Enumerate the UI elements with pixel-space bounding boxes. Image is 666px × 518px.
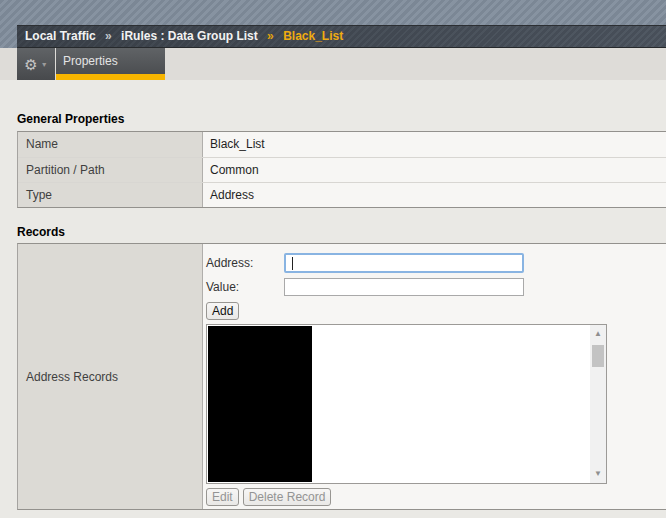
value-input[interactable] [284,278,524,296]
tab-strip: ⚙ ▼ Properties [0,48,666,80]
add-button[interactable]: Add [206,302,239,320]
address-input-row: Address: [206,253,666,273]
value-field-label: Value: [206,280,284,294]
delete-record-button[interactable]: Delete Record [243,488,332,506]
address-records-listbox[interactable]: ▲ ▼ [206,324,607,484]
listbox-scrollbar[interactable]: ▲ ▼ [590,325,606,483]
value-input-row: Value: [206,278,666,296]
table-row: Partition / Path Common [18,157,666,182]
scroll-down-icon[interactable]: ▼ [590,467,606,481]
row-value-name: Black_List [203,132,666,157]
table-row: Name Black_List [18,132,666,157]
scrollbar-thumb[interactable] [592,345,604,367]
options-menu-button[interactable]: ⚙ ▼ [17,48,55,80]
tab-properties-label: Properties [63,54,118,68]
text-cursor [292,257,293,270]
active-tab-underline [56,74,165,80]
scroll-up-icon[interactable]: ▲ [590,327,606,341]
breadcrumb-separator-icon: » [105,29,112,43]
table-row: Type Address [18,182,666,207]
breadcrumb-separator-icon: » [267,29,274,43]
row-label-type: Type [18,183,203,207]
row-label-name: Name [18,132,203,157]
records-heading: Records [17,225,65,239]
address-records-content-cell: Address: Value: Add ▲ ▼ Edit Delete Rec [203,244,666,509]
gear-icon: ⚙ [24,57,37,72]
bigip-data-group-properties-page: Local Traffic » iRules : Data Group List… [0,0,666,518]
general-properties-table: Name Black_List Partition / Path Common … [17,131,666,208]
records-table: Address Records Address: Value: Add ▲ ▼ [17,243,666,510]
chevron-down-icon: ▼ [41,61,48,68]
breadcrumb-link-irules-data-group-list[interactable]: iRules : Data Group List [121,29,258,43]
address-input[interactable] [284,253,524,273]
row-value-partition-path: Common [203,158,666,182]
general-properties-heading: General Properties [17,112,124,126]
row-value-type: Address [203,183,666,207]
edit-button[interactable]: Edit [206,488,239,506]
tab-properties[interactable]: Properties [56,48,165,80]
record-actions-row: Edit Delete Record [206,488,666,506]
breadcrumb: Local Traffic » iRules : Data Group List… [17,25,666,48]
breadcrumb-current-black-list: Black_List [283,29,343,43]
breadcrumb-link-local-traffic[interactable]: Local Traffic [25,29,96,43]
row-label-partition-path: Partition / Path [18,158,203,182]
address-records-label: Address Records [18,370,118,384]
redacted-list-content [208,326,312,482]
address-records-label-cell: Address Records [18,244,203,509]
address-field-label: Address: [206,256,284,270]
